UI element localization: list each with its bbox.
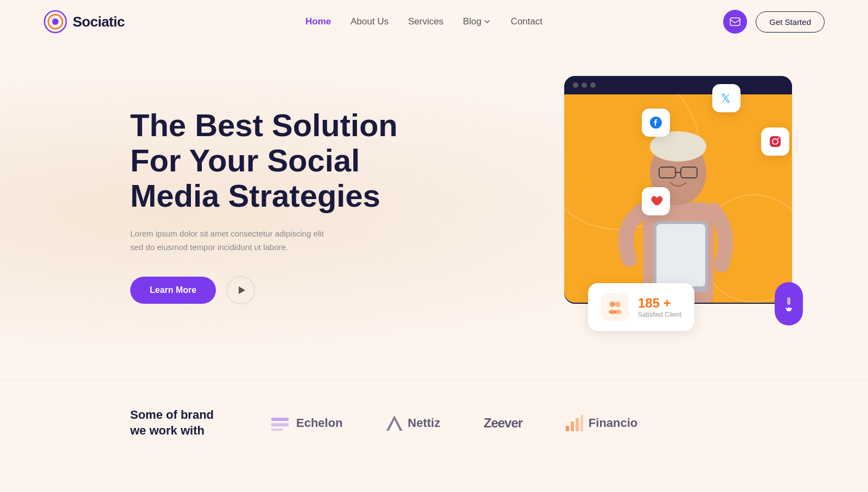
get-started-button[interactable]: Get Started <box>756 11 825 33</box>
stats-card: 185 + Satisfied Client <box>588 283 694 331</box>
play-button[interactable] <box>227 276 255 304</box>
browser-dot-2 <box>582 82 587 88</box>
svg-rect-31 <box>576 418 579 431</box>
svg-point-20 <box>615 302 621 307</box>
svg-rect-26 <box>271 429 283 431</box>
nav-item-home[interactable]: Home <box>305 16 331 27</box>
logo[interactable]: Sociatic <box>43 10 125 34</box>
chevron-down-icon <box>483 18 491 25</box>
hero-title: The Best Solution For Your Social Media … <box>130 108 401 214</box>
browser-content <box>564 94 792 303</box>
nettiz-icon <box>386 416 403 431</box>
svg-rect-30 <box>571 421 574 431</box>
stats-number: 185 + <box>638 296 681 311</box>
facebook-card <box>642 108 670 137</box>
scroll-down-icon <box>783 296 794 311</box>
hero-section: The Best Solution For Your Social Media … <box>0 43 868 380</box>
instagram-card <box>761 127 789 156</box>
nav-item-contact[interactable]: Contact <box>510 16 542 27</box>
svg-rect-13 <box>656 224 705 286</box>
svg-point-2 <box>52 18 59 25</box>
like-card <box>642 187 670 215</box>
email-button[interactable] <box>723 10 747 34</box>
nav-link-contact[interactable]: Contact <box>510 16 542 27</box>
navbar: Sociatic Home About Us Services Blog Con… <box>0 0 868 43</box>
instagram-icon <box>768 135 782 149</box>
svg-text:𝕏: 𝕏 <box>721 92 731 105</box>
hero-left: The Best Solution For Your Social Media … <box>130 108 401 304</box>
svg-point-19 <box>610 302 615 307</box>
stats-icon <box>601 293 629 321</box>
brand-financio: Financio <box>566 415 637 431</box>
svg-rect-24 <box>271 418 289 421</box>
nav-link-services[interactable]: Services <box>408 16 443 27</box>
hero-actions: Learn More <box>130 276 401 304</box>
brand-echelon: Echelon <box>271 416 343 431</box>
echelon-icon <box>271 416 291 431</box>
nav-item-blog[interactable]: Blog <box>463 16 491 27</box>
learn-more-button[interactable]: Learn More <box>130 277 216 304</box>
svg-rect-23 <box>787 297 790 305</box>
twitter-icon: 𝕏 <box>719 91 733 105</box>
svg-rect-32 <box>580 415 583 431</box>
clients-icon <box>607 299 623 315</box>
brand-nettiz: Nettiz <box>386 416 441 431</box>
hero-right: 𝕏 <box>434 65 825 347</box>
nav-item-services[interactable]: Services <box>408 16 443 27</box>
brand-zeever: Zeever <box>483 416 522 431</box>
browser-bar <box>564 76 792 94</box>
svg-rect-16 <box>770 136 781 147</box>
brands-section: Some of brand we work with Echelon Netti… <box>0 380 868 471</box>
facebook-icon <box>649 116 662 129</box>
person-image <box>591 97 765 303</box>
nav-link-about[interactable]: About Us <box>350 16 388 27</box>
stats-info: 185 + Satisfied Client <box>638 296 681 318</box>
nav-right: Get Started <box>723 10 825 34</box>
scroll-button[interactable] <box>775 282 803 325</box>
brands-title: Some of brand we work with <box>130 407 228 438</box>
nav-link-blog[interactable]: Blog <box>463 16 491 27</box>
nav-links: Home About Us Services Blog Contact <box>305 16 542 27</box>
play-icon <box>238 285 246 295</box>
browser-card <box>564 76 792 304</box>
brands-logos: Echelon Nettiz Zeever Financio <box>271 415 738 431</box>
browser-dot-3 <box>590 82 596 88</box>
nav-item-about[interactable]: About Us <box>350 16 388 27</box>
nav-link-home[interactable]: Home <box>305 16 331 27</box>
svg-point-22 <box>614 310 622 314</box>
twitter-card: 𝕏 <box>712 84 741 112</box>
svg-rect-29 <box>566 426 569 431</box>
svg-rect-3 <box>730 18 740 25</box>
svg-point-18 <box>777 138 778 139</box>
browser-dot-1 <box>573 82 578 88</box>
logo-text: Sociatic <box>73 14 125 30</box>
logo-icon <box>43 10 67 34</box>
stats-label: Satisfied Client <box>638 311 681 318</box>
person-svg <box>602 107 754 303</box>
financio-icon <box>566 415 583 431</box>
hero-description: Lorem ipsum dolor sit amet consectetur a… <box>130 227 336 254</box>
svg-rect-25 <box>271 423 289 426</box>
email-icon <box>730 17 741 26</box>
heart-icon <box>649 194 663 208</box>
